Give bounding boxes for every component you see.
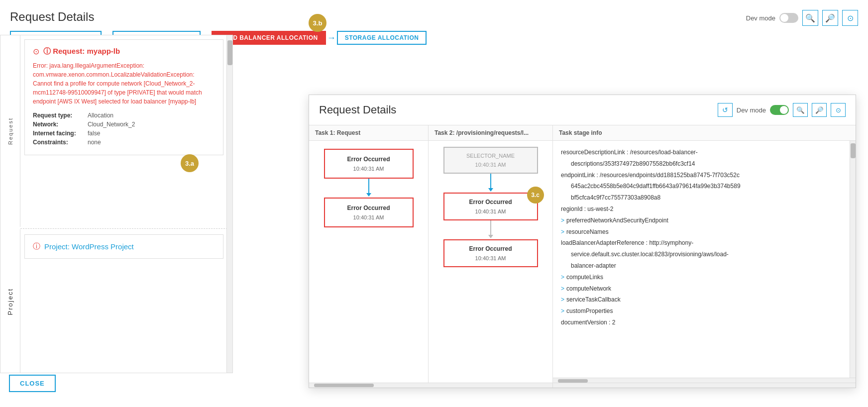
task1-node1-time: 10:40:31 AM	[331, 166, 407, 172]
modal-zoom-in-icon: 🔍	[796, 106, 805, 114]
left-scrollbar[interactable]	[226, 35, 232, 373]
modal-refresh-button[interactable]: ↺	[718, 103, 733, 117]
task-hscroll[interactable]	[309, 383, 553, 388]
left-scrollbar-thumb	[227, 40, 232, 65]
meta-network: Network: Cloud_Network_2	[33, 121, 215, 128]
stage-line-3: endpointLink : /resources/endpoints/dd18…	[561, 170, 848, 181]
project-link[interactable]: ⓘ Project: WordPress Project	[33, 242, 215, 251]
zoom-in-icon: 🔍	[805, 13, 815, 23]
meta-value-type: Allocation	[88, 112, 113, 119]
task2-error2-time: 10:40:31 AM	[449, 255, 532, 261]
modal-title: Request Details	[319, 103, 396, 116]
task2-arrow-1	[490, 174, 491, 189]
task2-arrow-2	[490, 220, 491, 235]
project-card: ⓘ Project: WordPress Project	[24, 234, 223, 259]
pipeline-step-3[interactable]: STORAGE ALLOCATION	[337, 31, 427, 45]
meta-label-internet: Internet facing:	[33, 130, 88, 137]
zoom-in-button[interactable]: 🔍	[802, 10, 818, 26]
task2-node-error2[interactable]: Error Occurred 10:40:31 AM	[443, 239, 538, 267]
request-meta: Request type: Allocation Network: Cloud_…	[33, 112, 215, 146]
task1-node1-title: Error Occurred	[331, 156, 407, 163]
badge-3b: 3.b	[309, 14, 326, 32]
task-hscroll-thumb	[314, 384, 374, 387]
zoom-fit-button[interactable]: 🔎	[822, 10, 838, 26]
request-card-title: ⓘ Request: myapp-lb	[43, 47, 120, 56]
main-toolbar: Dev mode 🔍 🔎 ⊙	[746, 10, 858, 26]
stage-expandable-5[interactable]: > serviceTaskCallback	[561, 294, 848, 305]
stage-info-column: Task stage info resourceDescriptionLink …	[553, 125, 856, 383]
modal-zoom-fit-button[interactable]: 🔎	[812, 103, 827, 117]
stage-expandable-1[interactable]: > preferredNetworkAndSecurityEndpoint	[561, 215, 848, 226]
step-storage-allocation[interactable]: STORAGE ALLOCATION	[337, 31, 427, 45]
stage-scrollbar[interactable]	[850, 141, 856, 378]
meta-label-type: Request type:	[33, 112, 88, 119]
toggle-knob	[780, 14, 788, 22]
meta-value-constraints: none	[88, 139, 101, 146]
expand-icon-4: >	[561, 283, 564, 295]
zoom-out-button[interactable]: ⊙	[842, 10, 858, 26]
meta-internet-facing: Internet facing: false	[33, 130, 215, 137]
modal-header: Request Details ↺ Dev mode 🔍 🔎 ⊙	[309, 95, 856, 125]
expand-icon-1: >	[561, 215, 564, 226]
stage-line-2: descriptions/353f374972b89075582bb6fc3cf…	[561, 158, 848, 170]
modal-zoom-out-icon: ⊙	[836, 106, 841, 114]
meta-value-internet: false	[88, 130, 100, 137]
modal-request-details: Request Details ↺ Dev mode 🔍 🔎 ⊙	[309, 95, 856, 388]
modal-body: Task 1: Request Error Occurred 10:40:31 …	[309, 125, 856, 383]
stage-hscroll[interactable]	[553, 378, 856, 383]
task2-node-gray: SELECTOR_NAME 10:40:31 AM	[443, 147, 538, 174]
task2-error-time: 10:40:31 AM	[449, 208, 532, 214]
task1-node-2[interactable]: Error Occurred 10:40:31 AM	[324, 198, 414, 227]
expand-label-5: serviceTaskCallback	[566, 294, 621, 305]
arrow-icon-2: →	[327, 33, 336, 42]
stage-line-5: bf5cfca4c9f7cc75577303a8908a8	[561, 192, 848, 204]
stage-line-7: loadBalancerAdapterReference : http://sy…	[561, 237, 848, 249]
request-card-title-row: ⊙ ⓘ Request: myapp-lb	[33, 47, 215, 56]
task1-header: Task 1: Request	[309, 125, 428, 141]
modal-bottom-scroll[interactable]	[309, 383, 856, 388]
page-title: Request Details	[10, 10, 858, 24]
meta-request-type: Request type: Allocation	[33, 112, 215, 119]
expand-label-1: preferredNetworkAndSecurityEndpoint	[566, 215, 668, 226]
task1-column: Task 1: Request Error Occurred 10:40:31 …	[309, 125, 429, 383]
task2-column: Task 2: /provisioning/requests/l... SELE…	[429, 125, 553, 383]
task1-node-1[interactable]: Error Occurred 10:40:31 AM	[324, 149, 414, 179]
modal-toggle-knob	[780, 106, 788, 114]
expand-icon-2: >	[561, 226, 564, 238]
request-label-text: Request	[7, 117, 13, 145]
project-card-inner: ⓘ Project: WordPress Project	[24, 234, 223, 259]
close-button[interactable]: CLOSE	[9, 375, 56, 392]
task2-node-error[interactable]: Error Occurred 10:40:31 AM 3.c	[443, 193, 538, 220]
task2-body: SELECTOR_NAME 10:40:31 AM Error Occurred…	[429, 141, 552, 383]
modal-zoom-out-button[interactable]: ⊙	[831, 103, 846, 117]
error-text: Error: java.lang.IllegalArgumentExceptio…	[33, 61, 215, 106]
modal-zoom-in-button[interactable]: 🔍	[793, 103, 808, 117]
modal-dev-mode-toggle[interactable]	[770, 105, 789, 115]
task2-error-title: Error Occurred	[449, 199, 532, 205]
expand-label-4: computeNetwork	[566, 283, 611, 295]
stage-line-4: 645ac2cbc4558b5e804c9daff1ffb6643a979614…	[561, 181, 848, 192]
zoom-fit-icon: 🔎	[825, 13, 835, 23]
stage-scrollbar-thumb	[851, 143, 856, 158]
section-project-label: Project	[0, 229, 20, 373]
stage-expandable-3[interactable]: > computeLinks	[561, 272, 848, 283]
project-title: Project: WordPress Project	[44, 242, 134, 251]
badge-3a: 3.a	[181, 154, 199, 172]
expand-label-2: resourceNames	[566, 226, 609, 238]
expand-label-3: computeLinks	[566, 272, 603, 283]
stage-line-6: regionId : us-west-2	[561, 204, 848, 215]
stage-expandable-4[interactable]: > computeNetwork	[561, 283, 848, 295]
task2-error2-title: Error Occurred	[449, 245, 532, 252]
task1-arrow-1	[368, 179, 369, 194]
stage-expandable-2[interactable]: > resourceNames	[561, 226, 848, 238]
stage-line-9: balancer-adapter	[561, 260, 848, 272]
stage-line-1: resourceDescriptionLink : /resources/loa…	[561, 147, 848, 158]
left-panel: Request ⊙ ⓘ Request: myapp-lb Error: jav…	[0, 35, 233, 373]
request-icon2: ⓘ	[43, 47, 51, 55]
dev-mode-toggle[interactable]	[779, 13, 798, 23]
stage-expandable-6[interactable]: > customProperties	[561, 305, 848, 317]
request-card-inner: ⊙ ⓘ Request: myapp-lb Error: java.lang.I…	[24, 39, 223, 155]
meta-value-network: Cloud_Network_2	[88, 121, 135, 128]
meta-label-network: Network:	[33, 121, 88, 128]
task2-gray-time: 10:40:31 AM	[449, 162, 532, 168]
